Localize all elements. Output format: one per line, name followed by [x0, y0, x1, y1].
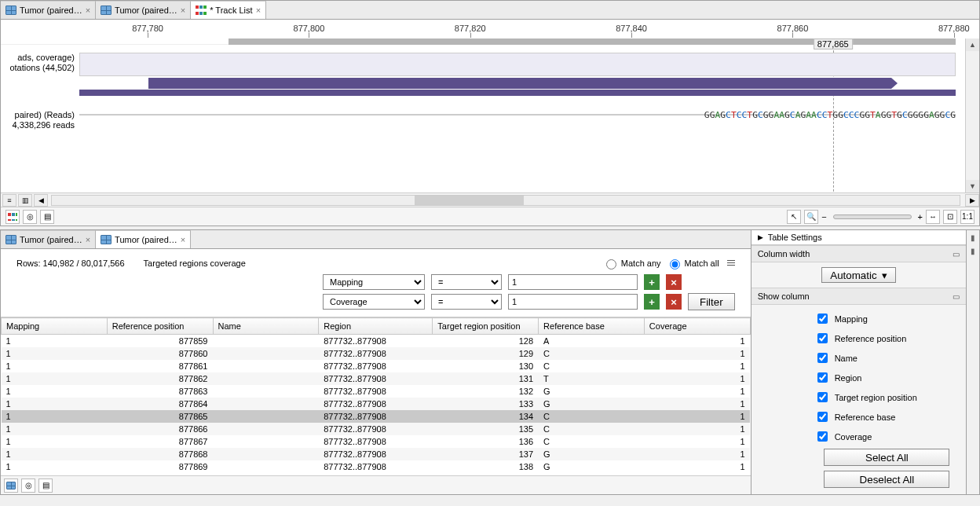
match-all-radio[interactable]: Match all — [666, 257, 719, 270]
remove-filter-button[interactable]: × — [666, 294, 682, 310]
filter-value-input[interactable] — [508, 274, 638, 290]
column-header[interactable]: Coverage — [644, 318, 750, 335]
select-all-button[interactable]: Select All — [824, 449, 949, 466]
settings-expand-icon[interactable]: ▶ — [758, 233, 763, 241]
scroll-left-fast[interactable]: ≡ — [2, 194, 16, 207]
close-icon[interactable]: × — [86, 6, 90, 15]
horizontal-scrollbar[interactable] — [51, 195, 960, 206]
column-header[interactable]: Name — [213, 318, 319, 335]
deselect-all-button[interactable]: Deselect All — [824, 471, 949, 488]
table-row[interactable]: 1877868877732..877908137G1 — [2, 448, 751, 460]
rows-summary: Rows: 140,982 / 80,017,566 — [16, 258, 125, 268]
scroll-right[interactable]: ▶ — [965, 194, 979, 207]
show-column-checkbox[interactable]: Target region position — [814, 390, 960, 405]
table-icon — [5, 6, 16, 15]
pointer-tool-icon[interactable]: ↖ — [787, 210, 801, 224]
table-icon — [101, 6, 112, 15]
track-vertical-scrollbar[interactable]: ▲▼ — [965, 38, 979, 192]
add-filter-button[interactable]: + — [644, 274, 660, 290]
filter-op-select[interactable]: = — [431, 294, 502, 310]
view-circular-icon-2[interactable]: ◎ — [21, 478, 35, 493]
top-tab-2[interactable]: * Track List× — [191, 1, 266, 19]
table-title: Targeted regions coverage — [144, 258, 246, 268]
bottom-tab-1[interactable]: Tumor (paired…× — [96, 230, 191, 248]
table-row[interactable]: 1877869877732..877908138G1 — [2, 460, 751, 473]
genome-ruler[interactable]: 877,780877,800877,820877,840877,860877,8… — [1, 20, 956, 45]
zoom-tool-icon[interactable]: 🔍 — [804, 210, 818, 224]
ruler-tick-label: 877,860 — [777, 24, 809, 33]
ruler-tick-label: 877,840 — [616, 24, 647, 33]
column-width-dropdown[interactable]: Automatic ▾ — [821, 267, 895, 283]
collapse-filters-icon[interactable] — [727, 260, 735, 266]
side-handle-icon[interactable]: ▮ — [971, 247, 975, 255]
ruler-tick-label: 877,800 — [294, 24, 325, 33]
close-icon[interactable]: × — [86, 235, 90, 244]
top-tab-0[interactable]: Tumor (paired…× — [1, 1, 96, 19]
table-row[interactable]: 1877860877732..877908129C1 — [2, 347, 751, 360]
top-tab-1[interactable]: Tumor (paired…× — [96, 1, 191, 19]
close-icon[interactable]: × — [181, 6, 185, 15]
reads-label-1: paired) (Reads) — [1, 110, 75, 120]
show-column-checkbox[interactable]: Mapping — [814, 311, 960, 326]
show-column-checkbox[interactable]: Coverage — [814, 429, 960, 444]
reads-track[interactable]: 0 paired) (Reads) 4,338,296 reads GGAGCT… — [1, 110, 956, 192]
fit-1to1-icon[interactable]: 1:1 — [960, 210, 975, 224]
column-width-collapse-icon[interactable]: ▭ — [953, 250, 960, 258]
scroll-mode[interactable]: ▥ — [18, 194, 32, 207]
column-header[interactable]: Region — [319, 318, 433, 335]
chevron-down-icon: ▾ — [882, 270, 887, 281]
settings-title: Table Settings — [768, 233, 822, 242]
column-width-label: Column width — [758, 249, 810, 258]
filter-op-select[interactable]: = — [431, 274, 502, 290]
table-row[interactable]: 1877863877732..877908132G1 — [2, 385, 751, 398]
side-handle-icon[interactable]: ▮ — [971, 233, 975, 242]
scroll-left[interactable]: ◀ — [34, 194, 48, 207]
close-icon[interactable]: × — [256, 6, 261, 15]
filter-value-input[interactable] — [508, 294, 638, 310]
show-column-checkbox[interactable]: Name — [814, 350, 960, 365]
show-column-checkbox[interactable]: Reference position — [814, 331, 960, 346]
position-marker[interactable]: 877,865 — [814, 38, 853, 50]
show-column-checkbox[interactable]: Region — [814, 370, 960, 385]
bottom-tab-0[interactable]: Tumor (paired…× — [1, 230, 96, 248]
column-header[interactable]: Reference base — [539, 318, 645, 335]
table-row[interactable]: 1877867877732..877908136C1 — [2, 435, 751, 448]
view-report-icon-2[interactable]: ▤ — [38, 478, 53, 493]
filter-field-select[interactable]: Mapping — [323, 274, 425, 290]
close-icon[interactable]: × — [181, 235, 185, 244]
fit-selection-icon[interactable]: ⊡ — [943, 210, 957, 224]
column-header[interactable]: Target region position — [433, 318, 539, 335]
column-header[interactable]: Reference position — [107, 318, 213, 335]
table-row[interactable]: 1877859877732..877908128A1 — [2, 335, 751, 348]
reference-sequence: GGAGCTCCTGCGGAAGCAGAACCTGGCCCGGTAGGTGCGG… — [704, 110, 956, 120]
fit-width-icon[interactable]: ↔ — [926, 210, 940, 224]
zoom-slider[interactable] — [833, 214, 912, 219]
ruler-tick-label: 877,820 — [455, 24, 486, 33]
table-row[interactable]: 1877862877732..877908131T1 — [2, 372, 751, 385]
view-table-icon[interactable] — [4, 478, 18, 493]
table-icon — [101, 235, 112, 244]
add-filter-button[interactable]: + — [644, 294, 660, 310]
show-column-collapse-icon[interactable]: ▭ — [953, 292, 960, 301]
apply-filter-button[interactable]: Filter — [688, 293, 735, 310]
column-header[interactable]: Mapping — [2, 318, 108, 335]
view-track-icon[interactable] — [5, 210, 20, 224]
filter-row-0: Mapping=+× — [323, 274, 735, 290]
match-any-radio[interactable]: Match any — [602, 257, 661, 270]
show-column-checkbox[interactable]: Reference base — [814, 409, 960, 424]
view-circular-icon[interactable]: ◎ — [23, 210, 37, 224]
remove-filter-button[interactable]: × — [666, 274, 682, 290]
table-row[interactable]: 1877865877732..877908134C1 — [2, 410, 751, 423]
ruler-tick-label: 877,780 — [132, 24, 163, 33]
tracklist-icon — [196, 6, 207, 15]
coverage-label-1: ads, coverage) — [1, 53, 75, 63]
filter-field-select[interactable]: Coverage — [323, 294, 425, 310]
view-report-icon[interactable]: ▤ — [40, 210, 54, 224]
coverage-table[interactable]: MappingReference positionNameRegionTarge… — [1, 317, 751, 473]
table-icon — [5, 235, 16, 244]
table-row[interactable]: 1877864877732..877908133G1 — [2, 398, 751, 410]
coverage-track[interactable]: ads, coverage) otations (44,502) — [1, 53, 956, 108]
filter-row-1: Coverage=+×Filter — [323, 293, 735, 310]
table-row[interactable]: 1877866877732..877908135C1 — [2, 423, 751, 435]
table-row[interactable]: 1877861877732..877908130C1 — [2, 360, 751, 372]
